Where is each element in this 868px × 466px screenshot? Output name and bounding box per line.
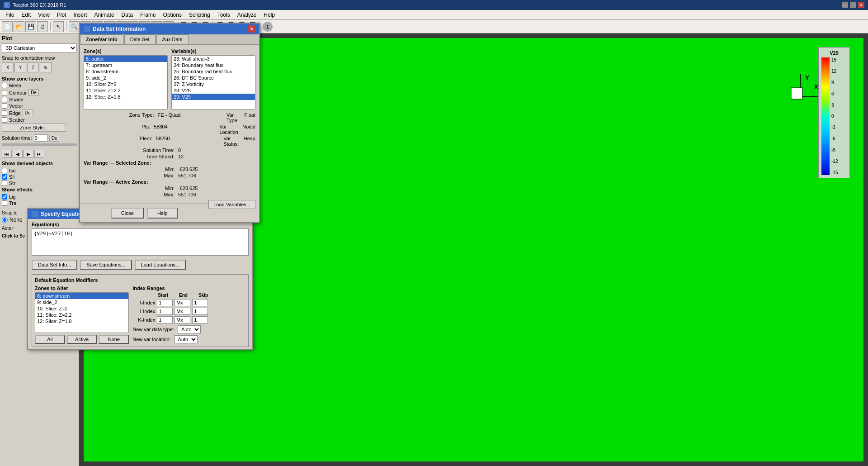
axis-z-btn[interactable]: Z (27, 62, 39, 72)
max-selected-row: Max: 551.706 (84, 173, 255, 178)
index-ranges-label: Index Ranges (132, 285, 245, 291)
edge-detail-btn[interactable]: De (23, 109, 33, 116)
alter-zone-12: 12: Slice: Z=1.8 (35, 318, 128, 324)
transparency-checkbox[interactable] (2, 200, 7, 206)
k-index-row: K-Index (132, 316, 245, 323)
menu-scripting[interactable]: Scripting (185, 11, 214, 19)
tick-15: 15 (831, 57, 838, 62)
zones-control-buttons: All Active None (35, 335, 129, 344)
menu-options[interactable]: Options (160, 11, 185, 19)
pts-label: Pts: (84, 124, 154, 135)
active-zones-button[interactable]: Active (67, 335, 97, 344)
menu-data[interactable]: Data (118, 11, 137, 19)
maximize-button[interactable]: □ (850, 2, 856, 8)
var-type-label: Var Type: (226, 112, 243, 123)
sli-row: Sli (2, 174, 77, 180)
play-next-btn[interactable]: ▶ (24, 150, 33, 158)
play-first-btn[interactable]: ⏮ (2, 150, 12, 158)
solution-time-input[interactable] (34, 134, 47, 142)
data-set-info-button[interactable]: Data Set Info... (32, 260, 77, 270)
menu-view[interactable]: View (34, 11, 53, 19)
k-index-start[interactable] (157, 316, 173, 323)
axis-y-btn[interactable]: Y (14, 62, 26, 72)
dataset-help-button[interactable]: Help (147, 208, 178, 219)
load-equations-button[interactable]: Load Equations... (135, 260, 186, 270)
new-var-location-select[interactable]: Auto (175, 335, 198, 343)
solution-detail-btn[interactable]: De (49, 135, 60, 142)
toolbar-circle-1[interactable]: 1 (263, 22, 273, 32)
toolbar-zoom[interactable]: 🔍 (69, 21, 80, 32)
tab-aux-data[interactable]: Aux Data (156, 34, 189, 44)
dataset-close-button[interactable]: Close (111, 208, 144, 219)
i-index-skip-2[interactable] (192, 308, 208, 315)
toolbar-print[interactable]: 🖨 (37, 21, 48, 32)
time-slider[interactable] (2, 143, 77, 146)
k-index-skip[interactable] (192, 316, 208, 323)
dataset-dialog-close-icon[interactable]: ✕ (248, 25, 255, 33)
menu-animate[interactable]: Animate (91, 11, 118, 19)
plot-type-select[interactable]: 3D Cartesian (2, 43, 77, 52)
dataset-dialog-icon (84, 26, 90, 32)
mesh-checkbox[interactable] (2, 83, 7, 88)
play-last-btn[interactable]: ⏭ (34, 150, 44, 158)
snap-none-label: None (9, 217, 23, 223)
scatter-checkbox[interactable] (2, 117, 7, 123)
tab-zone-var-info[interactable]: Zone/Var Info (80, 34, 123, 44)
var-item-26: 26: DT BC Source (172, 75, 255, 81)
contour-detail-btn[interactable]: De (28, 89, 39, 96)
minimize-button[interactable]: — (842, 2, 848, 8)
equations-textarea[interactable]: {V29}=V27[10] (32, 228, 249, 256)
i-index-start-2[interactable] (157, 308, 173, 315)
max-active-label: Max: (84, 192, 178, 197)
edge-checkbox[interactable] (2, 110, 7, 116)
variables-listbox[interactable]: 23: Wall shear-3 24: Boundary heat flux … (171, 55, 255, 109)
toolbar-open[interactable]: 📂 (14, 21, 24, 32)
menu-file[interactable]: File (2, 11, 18, 19)
new-var-data-type-select[interactable]: Auto (178, 325, 201, 333)
eq-buttons-row: Data Set Info... Save Equations... Load … (28, 257, 252, 272)
toolbar-new[interactable]: 📄 (2, 21, 13, 32)
menu-insert[interactable]: Insert (70, 11, 91, 19)
time-strand-label: Time Strand: (84, 154, 178, 159)
toolbar-save[interactable]: 💾 (25, 21, 36, 32)
load-variables-button[interactable]: Load Variables... (208, 200, 255, 209)
all-zones-button[interactable]: All (35, 335, 65, 344)
contour-checkbox[interactable] (2, 90, 7, 95)
sol-time-value: 0 (178, 147, 255, 153)
play-prev-btn[interactable]: ◀ (13, 150, 23, 158)
zones-to-alter-list[interactable]: 8: downstream 9: side_2 10: Slice: Z=2 1… (35, 292, 129, 333)
zone-style-button[interactable]: Zone Style... (2, 124, 66, 132)
zone-item-12: 12: Slice: Z=1.8 (84, 94, 167, 100)
none-zones-button[interactable]: None (99, 335, 129, 344)
menu-tools[interactable]: Tools (214, 11, 234, 19)
menu-analyze[interactable]: Analyze (234, 11, 260, 19)
min-active-value: -628.625 (178, 185, 255, 191)
zones-listbox[interactable]: 6: outlet 7: upstream 8: downstream 9: s… (84, 55, 168, 109)
axis-reset-btn[interactable]: ↻ (40, 62, 52, 72)
menu-frame[interactable]: Frame (137, 11, 160, 19)
sli-checkbox[interactable] (2, 174, 7, 180)
lighting-checkbox[interactable] (2, 194, 7, 200)
vector-checkbox[interactable] (2, 103, 7, 109)
axis-x-btn[interactable]: X (2, 62, 14, 72)
i-index-skip-1[interactable] (192, 299, 208, 306)
i-index-end-2[interactable] (175, 308, 190, 315)
menu-plot[interactable]: Plot (53, 11, 70, 19)
snap-none-radio[interactable] (2, 217, 8, 223)
shade-checkbox[interactable] (2, 97, 7, 102)
i-index-start-1[interactable] (157, 299, 173, 306)
zones-index-section: Zones to Alter 8: downstream 9: side_2 1… (35, 285, 245, 344)
save-equations-button[interactable]: Save Equations... (80, 260, 132, 270)
menu-help[interactable]: Help (260, 11, 278, 19)
toolbar-separator-1 (50, 22, 51, 31)
k-index-end[interactable] (175, 316, 190, 323)
alter-zone-11: 11: Slice: Z=2.2 (35, 312, 128, 318)
title-bar: T Tecplot 360 EX 2018 R1 — □ ✕ (0, 0, 868, 10)
toolbar-cursor[interactable]: ↖ (53, 21, 64, 32)
iso-checkbox[interactable] (2, 168, 7, 173)
i-index-end-1[interactable] (175, 299, 190, 306)
close-button[interactable]: ✕ (858, 2, 864, 8)
menu-edit[interactable]: Edit (18, 11, 34, 19)
tab-data-set[interactable]: Data Set (124, 34, 156, 44)
str-checkbox[interactable] (2, 181, 7, 186)
